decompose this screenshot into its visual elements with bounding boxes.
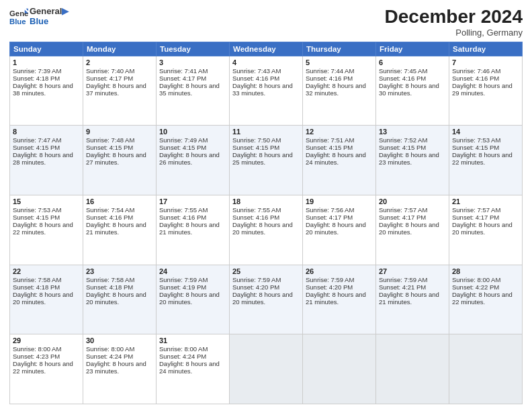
- sunrise-text: Sunrise: 8:00 AM: [86, 345, 134, 353]
- daylight-text: Daylight: 8 hours and 24 minutes.: [306, 151, 366, 166]
- sunrise-text: Sunrise: 7:48 AM: [86, 136, 134, 144]
- sunset-text: Sunset: 4:16 PM: [306, 75, 353, 82]
- day-number: 5: [306, 58, 373, 66]
- calendar-cell: 4Sunrise: 7:43 AMSunset: 4:16 PMDaylight…: [230, 56, 303, 126]
- day-number: 22: [13, 267, 80, 275]
- day-number: 3: [159, 58, 226, 66]
- sunrise-text: Sunrise: 7:59 AM: [232, 276, 281, 283]
- day-number: 20: [379, 197, 446, 205]
- day-number: 1: [13, 58, 80, 66]
- sunrise-text: Sunrise: 7:55 AM: [159, 206, 208, 214]
- sunset-text: Sunset: 4:18 PM: [86, 283, 133, 291]
- day-header-sunday: Sunday: [10, 42, 83, 56]
- sunset-text: Sunset: 4:18 PM: [13, 75, 60, 82]
- sunset-text: Sunset: 4:15 PM: [306, 144, 353, 151]
- sunrise-text: Sunrise: 8:00 AM: [13, 345, 61, 353]
- sunset-text: Sunset: 4:15 PM: [159, 144, 206, 151]
- sunrise-text: Sunrise: 7:57 AM: [379, 206, 427, 214]
- sunset-text: Sunset: 4:16 PM: [379, 75, 426, 82]
- calendar-cell: 6Sunrise: 7:45 AMSunset: 4:16 PMDaylight…: [376, 56, 449, 126]
- daylight-text: Daylight: 8 hours and 22 minutes.: [13, 221, 73, 236]
- calendar-cell: 7Sunrise: 7:46 AMSunset: 4:16 PMDaylight…: [449, 56, 523, 126]
- sunset-text: Sunset: 4:18 PM: [13, 283, 60, 291]
- daylight-text: Daylight: 8 hours and 21 minutes.: [86, 221, 146, 236]
- day-number: 30: [86, 336, 153, 345]
- day-number: 25: [232, 267, 300, 275]
- day-number: 16: [86, 197, 153, 205]
- daylight-text: Daylight: 8 hours and 20 minutes.: [86, 291, 146, 306]
- sunset-text: Sunset: 4:20 PM: [232, 283, 279, 291]
- calendar-cell: 13Sunrise: 7:52 AMSunset: 4:15 PMDayligh…: [376, 126, 449, 195]
- calendar-cell: 23Sunrise: 7:58 AMSunset: 4:18 PMDayligh…: [83, 265, 157, 334]
- sunrise-text: Sunrise: 7:58 AM: [86, 276, 134, 283]
- sunset-text: Sunset: 4:17 PM: [159, 75, 206, 82]
- daylight-text: Daylight: 8 hours and 20 minutes.: [232, 221, 293, 236]
- sunrise-text: Sunrise: 7:45 AM: [379, 67, 427, 75]
- sunset-text: Sunset: 4:17 PM: [379, 214, 426, 221]
- week-row-5: 29Sunrise: 8:00 AMSunset: 4:23 PMDayligh…: [10, 334, 523, 404]
- calendar-cell: 5Sunrise: 7:44 AMSunset: 4:16 PMDaylight…: [303, 56, 376, 126]
- sunrise-text: Sunrise: 7:59 AM: [159, 276, 208, 283]
- calendar-cell: 12Sunrise: 7:51 AMSunset: 4:15 PMDayligh…: [303, 126, 376, 195]
- sunrise-text: Sunrise: 7:57 AM: [452, 206, 500, 214]
- calendar-cell: 11Sunrise: 7:50 AMSunset: 4:15 PMDayligh…: [230, 126, 303, 195]
- day-header-thursday: Thursday: [303, 42, 376, 56]
- sunrise-text: Sunrise: 8:00 AM: [159, 345, 208, 353]
- sunset-text: Sunset: 4:16 PM: [232, 214, 279, 221]
- location: Polling, Germany: [385, 28, 523, 38]
- logo-line2: Blue: [30, 17, 69, 27]
- calendar-cell: [303, 334, 376, 404]
- sunrise-text: Sunrise: 7:59 AM: [306, 276, 354, 283]
- day-number: 26: [306, 267, 373, 275]
- title-block: December 2024 Polling, Germany: [385, 7, 523, 38]
- daylight-text: Daylight: 8 hours and 21 minutes.: [159, 221, 220, 236]
- calendar-cell: 17Sunrise: 7:55 AMSunset: 4:16 PMDayligh…: [157, 195, 230, 265]
- daylight-text: Daylight: 8 hours and 20 minutes.: [232, 291, 293, 306]
- sunrise-text: Sunrise: 7:51 AM: [306, 136, 354, 144]
- day-number: 8: [13, 128, 80, 136]
- daylight-text: Daylight: 8 hours and 33 minutes.: [232, 82, 293, 97]
- sunset-text: Sunset: 4:15 PM: [452, 144, 499, 151]
- month-title: December 2024: [385, 7, 523, 28]
- calendar-cell: [230, 334, 303, 404]
- day-number: 29: [13, 336, 80, 345]
- calendar-cell: 27Sunrise: 7:59 AMSunset: 4:21 PMDayligh…: [376, 265, 449, 334]
- calendar-cell: 14Sunrise: 7:53 AMSunset: 4:15 PMDayligh…: [449, 126, 523, 195]
- sunrise-text: Sunrise: 7:53 AM: [13, 206, 61, 214]
- daylight-text: Daylight: 8 hours and 24 minutes.: [159, 360, 220, 375]
- sunset-text: Sunset: 4:15 PM: [86, 144, 133, 151]
- daylight-text: Daylight: 8 hours and 23 minutes.: [379, 151, 439, 166]
- daylight-text: Daylight: 8 hours and 20 minutes.: [159, 291, 220, 306]
- day-header-saturday: Saturday: [449, 42, 523, 56]
- daylight-text: Daylight: 8 hours and 35 minutes.: [159, 82, 220, 97]
- calendar-cell: 22Sunrise: 7:58 AMSunset: 4:18 PMDayligh…: [10, 265, 83, 334]
- calendar-table: SundayMondayTuesdayWednesdayThursdayFrid…: [9, 42, 523, 404]
- page: General Blue General▶ Blue December 2024…: [0, 0, 532, 411]
- calendar-cell: 28Sunrise: 8:00 AMSunset: 4:22 PMDayligh…: [449, 265, 523, 334]
- daylight-text: Daylight: 8 hours and 26 minutes.: [159, 151, 220, 166]
- week-row-1: 1Sunrise: 7:39 AMSunset: 4:18 PMDaylight…: [10, 56, 523, 126]
- week-row-3: 15Sunrise: 7:53 AMSunset: 4:15 PMDayligh…: [10, 195, 523, 265]
- calendar-cell: 2Sunrise: 7:40 AMSunset: 4:17 PMDaylight…: [83, 56, 157, 126]
- sunrise-text: Sunrise: 7:56 AM: [306, 206, 354, 214]
- day-number: 4: [232, 58, 300, 66]
- day-header-friday: Friday: [376, 42, 449, 56]
- sunset-text: Sunset: 4:16 PM: [452, 75, 499, 82]
- calendar-cell: 9Sunrise: 7:48 AMSunset: 4:15 PMDaylight…: [83, 126, 157, 195]
- calendar-cell: 8Sunrise: 7:47 AMSunset: 4:15 PMDaylight…: [10, 126, 83, 195]
- day-number: 31: [159, 336, 226, 345]
- sunrise-text: Sunrise: 8:00 AM: [452, 276, 500, 283]
- day-header-monday: Monday: [83, 42, 157, 56]
- sunset-text: Sunset: 4:15 PM: [379, 144, 426, 151]
- calendar-cell: 21Sunrise: 7:57 AMSunset: 4:17 PMDayligh…: [449, 195, 523, 265]
- day-number: 12: [306, 128, 373, 136]
- sunset-text: Sunset: 4:15 PM: [13, 214, 60, 221]
- week-row-2: 8Sunrise: 7:47 AMSunset: 4:15 PMDaylight…: [10, 126, 523, 195]
- daylight-text: Daylight: 8 hours and 25 minutes.: [232, 151, 293, 166]
- daylight-text: Daylight: 8 hours and 32 minutes.: [306, 82, 366, 97]
- logo-line1: General▶: [30, 7, 69, 17]
- sunset-text: Sunset: 4:17 PM: [452, 214, 499, 221]
- calendar-cell: 29Sunrise: 8:00 AMSunset: 4:23 PMDayligh…: [10, 334, 83, 404]
- sunrise-text: Sunrise: 7:58 AM: [13, 276, 61, 283]
- daylight-text: Daylight: 8 hours and 22 minutes.: [452, 151, 513, 166]
